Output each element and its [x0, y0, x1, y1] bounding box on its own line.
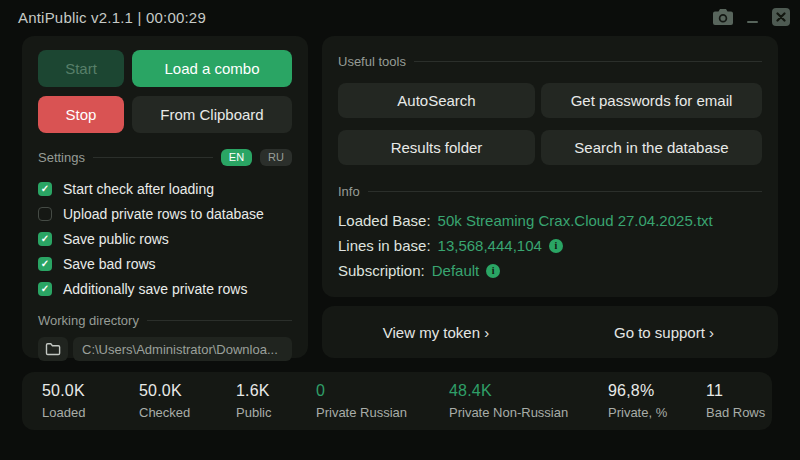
info-icon[interactable] — [549, 239, 563, 253]
stat-label: Private, % — [608, 405, 706, 420]
working-directory-row: C:\Users\Administrator\Downloa... — [38, 337, 292, 361]
checkbox-icon — [38, 232, 52, 246]
folder-icon — [45, 342, 61, 356]
stats-bar: 50.0K Loaded 50.0K Checked 1.6K Public 0… — [22, 372, 772, 430]
lines-in-base-row: Lines in base: 13,568,444,104 — [338, 233, 762, 258]
links-panel: View my token › Go to support › — [322, 306, 778, 358]
stat-checked: 50.0K Checked — [139, 382, 236, 430]
close-icon[interactable] — [770, 6, 792, 28]
stat-label: Checked — [139, 405, 236, 420]
divider — [368, 191, 762, 192]
info-rows: Loaded Base: 50k Streaming Crax.Cloud 27… — [338, 208, 762, 283]
stat-value: 0 — [316, 382, 449, 400]
minimize-icon[interactable] — [741, 6, 763, 28]
working-directory-label: Working directory — [38, 313, 139, 328]
loaded-base-value: 50k Streaming Crax.Cloud 27.04.2025.txt — [438, 212, 713, 229]
tool-buttons: AutoSearch Get passwords for email Resul… — [338, 83, 762, 165]
stat-value: 96,8% — [608, 382, 706, 400]
results-folder-button[interactable]: Results folder — [338, 130, 535, 165]
working-directory-header: Working directory — [38, 313, 292, 328]
settings-label: Settings — [38, 150, 85, 165]
camera-icon[interactable] — [712, 6, 734, 28]
stat-public: 1.6K Public — [236, 382, 316, 430]
search-database-button[interactable]: Search in the database — [541, 130, 762, 165]
divider — [414, 61, 762, 62]
start-button[interactable]: Start — [38, 50, 124, 87]
tools-info-panel: Useful tools AutoSearch Get passwords fo… — [322, 36, 778, 297]
checkbox-label: Upload private rows to database — [63, 206, 264, 222]
lang-toggle-en[interactable]: EN — [221, 149, 252, 166]
stat-private-russian: 0 Private Russian — [316, 382, 449, 430]
lines-in-base-key: Lines in base: — [338, 237, 431, 254]
checkbox-save-bad-rows[interactable]: Save bad rows — [38, 251, 292, 276]
stat-private-non-russian: 48.4K Private Non-Russian — [449, 382, 608, 430]
stat-label: Loaded — [42, 405, 139, 420]
lang-toggle-ru[interactable]: RU — [260, 149, 292, 166]
loaded-base-key: Loaded Base: — [338, 212, 431, 229]
checkbox-start-check-after-loading[interactable]: Start check after loading — [38, 176, 292, 201]
settings-checkboxes: Start check after loading Upload private… — [38, 176, 292, 301]
stat-loaded: 50.0K Loaded — [42, 382, 139, 430]
camera-icon-glyph — [713, 9, 733, 25]
info-label: Info — [338, 184, 360, 199]
checkbox-save-public-rows[interactable]: Save public rows — [38, 226, 292, 251]
control-panel: Start Load a combo Stop From Clipboard S… — [22, 36, 308, 358]
checkbox-label: Start check after loading — [63, 181, 214, 197]
checkbox-icon — [38, 282, 52, 296]
checkbox-label: Additionally save private rows — [63, 281, 247, 297]
view-my-token-link[interactable]: View my token › — [322, 324, 550, 341]
from-clipboard-button[interactable]: From Clipboard — [132, 96, 292, 133]
app-title: AntiPublic v2.1.1 | 00:00:29 — [18, 9, 206, 26]
folder-browse-button[interactable] — [38, 337, 68, 361]
stat-label: Private Russian — [316, 405, 449, 420]
lines-in-base-value: 13,568,444,104 — [438, 237, 542, 254]
useful-tools-label: Useful tools — [338, 54, 406, 69]
stop-button[interactable]: Stop — [38, 96, 124, 133]
checkbox-additionally-save-private-rows[interactable]: Additionally save private rows — [38, 276, 292, 301]
divider — [93, 157, 213, 158]
working-directory-path-field[interactable]: C:\Users\Administrator\Downloa... — [73, 337, 292, 361]
subscription-value: Default — [432, 262, 480, 279]
stat-value: 50.0K — [42, 382, 139, 400]
subscription-row: Subscription: Default — [338, 258, 762, 283]
titlebar: AntiPublic v2.1.1 | 00:00:29 — [0, 0, 800, 34]
stat-value: 11 — [706, 382, 772, 400]
checkbox-label: Save public rows — [63, 231, 169, 247]
info-header: Info — [338, 184, 762, 199]
checkbox-upload-private-rows[interactable]: Upload private rows to database — [38, 201, 292, 226]
stat-private-percent: 96,8% Private, % — [608, 382, 706, 430]
subscription-key: Subscription: — [338, 262, 425, 279]
info-icon[interactable] — [486, 264, 500, 278]
loaded-base-row: Loaded Base: 50k Streaming Crax.Cloud 27… — [338, 208, 762, 233]
stat-label: Public — [236, 405, 316, 420]
stat-bad-rows: 11 Bad Rows — [706, 382, 772, 430]
stat-label: Private Non-Russian — [449, 405, 608, 420]
go-to-support-link[interactable]: Go to support › — [550, 324, 778, 341]
window-controls — [712, 0, 792, 34]
settings-header: Settings EN RU — [38, 149, 292, 166]
stat-value: 1.6K — [236, 382, 316, 400]
autosearch-button[interactable]: AutoSearch — [338, 83, 535, 118]
checkbox-icon — [38, 207, 52, 221]
divider — [147, 320, 292, 321]
checkbox-icon — [38, 257, 52, 271]
checkbox-label: Save bad rows — [63, 256, 156, 272]
checkbox-icon — [38, 182, 52, 196]
stat-value: 48.4K — [449, 382, 608, 400]
get-passwords-button[interactable]: Get passwords for email — [541, 83, 762, 118]
useful-tools-header: Useful tools — [338, 54, 762, 69]
stat-value: 50.0K — [139, 382, 236, 400]
action-buttons: Start Load a combo Stop From Clipboard — [38, 50, 292, 133]
load-combo-button[interactable]: Load a combo — [132, 50, 292, 87]
stat-label: Bad Rows — [706, 405, 772, 420]
